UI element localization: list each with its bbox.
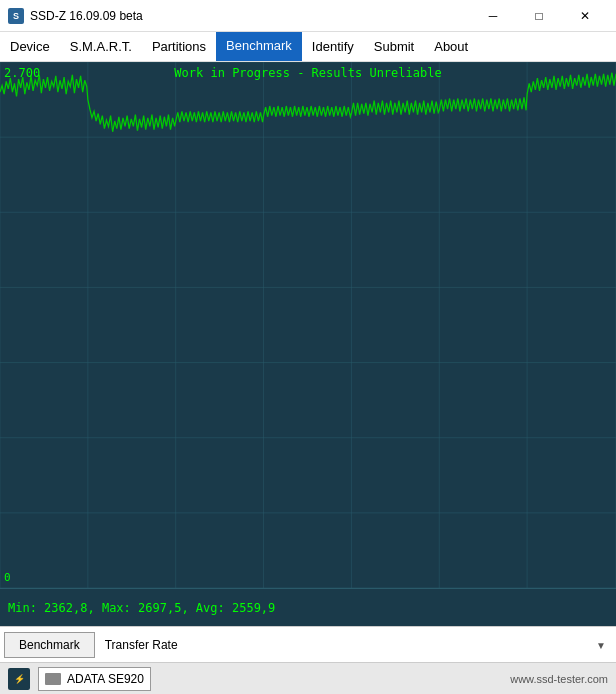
device-icon — [45, 673, 61, 685]
maximize-button[interactable]: □ — [516, 0, 562, 32]
app-icon: S — [8, 8, 24, 24]
menu-bar: DeviceS.M.A.R.T.PartitionsBenchmarkIdent… — [0, 32, 616, 62]
chart-wip-label: Work in Progress - Results Unreliable — [174, 66, 441, 80]
title-bar: S SSD-Z 16.09.09 beta ─ □ ✕ — [0, 0, 616, 32]
menu-item-identify[interactable]: Identify — [302, 32, 364, 61]
device-name: ADATA SE920 — [67, 672, 144, 686]
stats-text: Min: 2362,8, Max: 2697,5, Avg: 2559,9 — [8, 601, 275, 615]
stats-bar: Min: 2362,8, Max: 2697,5, Avg: 2559,9 — [0, 588, 616, 626]
chart-area: 2.700 Work in Progress - Results Unrelia… — [0, 62, 616, 588]
menu-item-smart[interactable]: S.M.A.R.T. — [60, 32, 142, 61]
title-bar-controls: ─ □ ✕ — [470, 0, 608, 32]
menu-item-about[interactable]: About — [424, 32, 478, 61]
chart-container: 2.700 Work in Progress - Results Unrelia… — [0, 62, 616, 588]
status-right-text: www.ssd-tester.com — [510, 673, 608, 685]
chart-bottom-value: 0 — [4, 571, 11, 584]
chart-svg — [0, 62, 616, 588]
device-info-box: ADATA SE920 — [38, 667, 151, 691]
toolbar: Benchmark Transfer RateAccess TimeBurst … — [0, 626, 616, 662]
minimize-button[interactable]: ─ — [470, 0, 516, 32]
menu-item-benchmark[interactable]: Benchmark — [216, 32, 302, 61]
menu-item-submit[interactable]: Submit — [364, 32, 424, 61]
menu-item-device[interactable]: Device — [0, 32, 60, 61]
title-bar-text: SSD-Z 16.09.09 beta — [30, 9, 470, 23]
benchmark-button[interactable]: Benchmark — [4, 632, 95, 658]
chart-top-value: 2.700 — [4, 66, 40, 80]
close-button[interactable]: ✕ — [562, 0, 608, 32]
menu-item-partitions[interactable]: Partitions — [142, 32, 216, 61]
app-icon-letter: S — [13, 11, 19, 21]
status-bar: ⚡ ADATA SE920 www.ssd-tester.com — [0, 662, 616, 694]
status-app-icon: ⚡ — [8, 668, 30, 690]
